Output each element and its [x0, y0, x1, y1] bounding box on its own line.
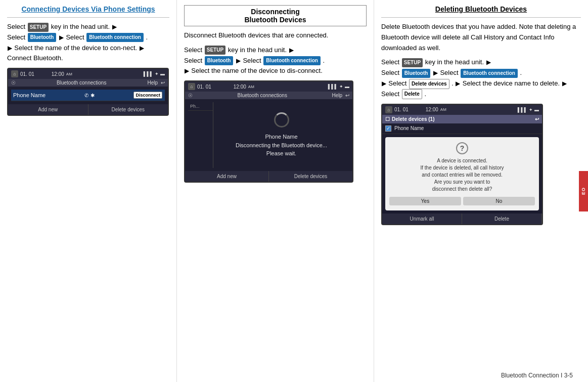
left-topbar-left: ⌂ 01. 01 12:00 AM: [11, 70, 72, 77]
right-screen-am: AM: [440, 107, 446, 112]
right-dialog-buttons: Yes No: [389, 197, 535, 205]
right-screen-mockup: ⌂ 01. 01 12:00 AM ▌▌▌ ✦ ▬ ☐ Delete devic…: [381, 104, 543, 225]
sidebar-tab-label: EO: [581, 187, 586, 195]
right-dialog-line1: A device is connected.: [389, 157, 535, 164]
right-screen-date: 01. 01: [394, 107, 409, 112]
right-device-name-label: Phone Name: [394, 125, 424, 131]
right-dot2: .: [451, 79, 455, 87]
left-home-icon: ⌂: [11, 70, 18, 77]
right-dot3: .: [424, 90, 426, 98]
left-dot1: .: [146, 33, 148, 41]
mid-menubar-right: Help ↩: [332, 93, 349, 98]
mid-arrow1: ▶: [289, 47, 294, 54]
left-para1b: key in the head unit.: [51, 23, 110, 30]
mid-add-new-btn[interactable]: Add new: [185, 171, 269, 182]
mid-select2: Select: [184, 57, 204, 64]
right-select1: Select: [381, 58, 401, 66]
right-dialog-line3: and contact entries will be removed.: [389, 172, 535, 179]
mid-back-icon: ↩: [345, 93, 349, 98]
left-screen-mockup: ⌂ 01. 01 12:00 AM ▌▌▌ ✦ ▬ ☉ Bluetooth co…: [7, 68, 169, 116]
mid-left-panel: Ph...: [188, 102, 213, 168]
right-dialog-text: A device is connected. If the device is …: [389, 157, 535, 193]
right-checkbox-row: ✓ Phone Name: [382, 123, 542, 134]
mid-spinner-text: Phone Name Disconnecting the Bluetooth d…: [236, 133, 327, 158]
mid-title-line2: Bluetooth Devices: [244, 16, 306, 24]
left-add-new-btn[interactable]: Add new: [8, 104, 88, 115]
right-delete-back-icon: ↩: [535, 116, 539, 122]
right-yes-btn[interactable]: Yes: [389, 197, 461, 205]
left-delete-devices-btn[interactable]: Delete devices: [88, 104, 168, 115]
mid-screen-bottom-btns: Add new Delete devices: [185, 171, 352, 182]
right-section-title: Deleting Bluetooth Devices: [381, 5, 581, 13]
right-delete-btn[interactable]: Delete: [462, 214, 542, 224]
mid-screen-date: 01. 01: [197, 84, 211, 90]
left-row-label: Phone Name: [13, 92, 46, 98]
mid-batt-icon: ▬: [345, 84, 349, 89]
right-signal-icon: ▌▌▌: [518, 107, 527, 112]
right-para1: Delete Bluetooth devices that you have a…: [381, 22, 581, 53]
right-delete-checkbox-icon: ☐: [385, 116, 390, 122]
left-screen-topbar: ⌂ 01. 01 12:00 AM ▌▌▌ ✦ ▬: [8, 69, 168, 79]
mid-arrow2: ▶: [236, 57, 242, 64]
left-topbar-icons: ▌▌▌ ✦ ▬: [144, 71, 165, 76]
left-menubar-right: Help ↩: [147, 80, 165, 86]
left-divider: [7, 17, 169, 18]
mid-screen-am: AM: [248, 84, 254, 89]
right-arrow2: ▶: [433, 69, 439, 76]
left-back-icon: ↩: [161, 80, 165, 86]
right-select4: Select: [388, 79, 409, 87]
mid-select1: Select: [184, 46, 204, 54]
left-screen-time: 12:00: [52, 71, 64, 77]
right-para2: Select SETUP key in the head unit. ▶ Sel…: [381, 57, 581, 99]
mid-delete-devices-btn[interactable]: Delete devices: [269, 171, 352, 182]
right-delete-title: Delete devices (1): [392, 116, 435, 122]
left-btconn-badge: Bluetooth connection: [86, 33, 144, 42]
right-dialog-box: ? A device is connected. If the device i…: [385, 137, 539, 210]
right-arrow5: ▶: [562, 80, 567, 87]
right-screen-bottom-btns: Unmark all Delete: [382, 214, 542, 224]
right-dot1: .: [520, 69, 522, 76]
right-delete-badge: Delete: [402, 89, 422, 99]
left-arrow4: ▶: [140, 45, 144, 52]
right-no-btn[interactable]: No: [463, 197, 535, 205]
left-bt-icon: ✦: [155, 71, 159, 76]
mid-bt-icon: ✦: [339, 84, 343, 89]
left-bluetooth-badge: Bluetooth: [28, 33, 57, 42]
right-divider: [381, 17, 581, 18]
right-sidebar-tab: EO: [579, 171, 588, 211]
left-row-icons: ✆ ✱: [84, 93, 95, 98]
left-select2: Select: [7, 33, 27, 41]
right-delete-header: ☐ Delete devices (1) ↩: [382, 115, 542, 123]
left-screen-content: Phone Name ✆ ✱ Disconnect: [8, 87, 168, 104]
left-bt-icon2: ☉: [11, 80, 16, 86]
left-arrow3: ▶: [8, 45, 14, 52]
right-unmark-btn[interactable]: Unmark all: [382, 214, 462, 224]
mid-dot1: .: [323, 57, 325, 64]
right-column: Deleting Bluetooth Devices Delete Blueto…: [374, 0, 588, 382]
mid-help-label: Help: [332, 93, 342, 98]
left-select3: Select: [66, 33, 86, 41]
left-para1: Select SETUP key in the head unit. ▶ Sel…: [7, 22, 169, 64]
mid-section-title-box: Disconnecting Bluetooth Devices: [184, 5, 367, 26]
mid-column: Disconnecting Bluetooth Devices Disconne…: [177, 0, 374, 382]
left-screen-menubar: ☉ Bluetooth connections Help ↩: [8, 79, 168, 87]
right-dialog-icon: ?: [456, 142, 468, 154]
mid-title-line1: Disconnecting: [251, 8, 299, 16]
mid-setup-badge: SETUP: [205, 46, 225, 55]
mid-ph-text: Ph...: [188, 102, 213, 111]
mid-btconn-badge: Bluetooth connection: [263, 56, 321, 65]
mid-arrow3: ▶: [185, 67, 191, 74]
right-dialog-line4: Are you sure you want to: [389, 179, 535, 186]
mid-screen-topbar: ⌂ 01. 01 12:00 AM ▌▌▌ ✦ ▬: [185, 81, 352, 92]
right-topbar-icons: ▌▌▌ ✦ ▬: [518, 107, 539, 112]
right-para2b: key in the head unit.: [425, 58, 486, 66]
left-arrow2: ▶: [59, 34, 65, 41]
mid-para1: Disconnect Bluetooth devices that are co…: [184, 30, 367, 41]
left-disconnect-btn[interactable]: Disconnect: [133, 92, 162, 99]
left-screen-row1: Phone Name ✆ ✱ Disconnect: [11, 90, 165, 101]
right-screen-time: 12:00: [426, 107, 438, 112]
mid-select3: Select: [243, 57, 263, 64]
mid-spinner-icon: [274, 112, 289, 128]
right-select2: Select: [381, 69, 401, 76]
mid-signal-icon: ▌▌▌: [328, 84, 338, 89]
